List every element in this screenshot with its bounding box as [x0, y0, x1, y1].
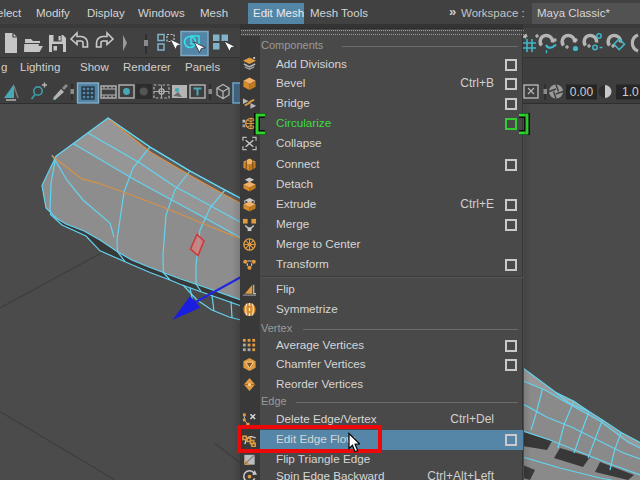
svg-text:1.0: 1.0	[622, 85, 639, 99]
svg-text:0.00: 0.00	[570, 85, 594, 99]
